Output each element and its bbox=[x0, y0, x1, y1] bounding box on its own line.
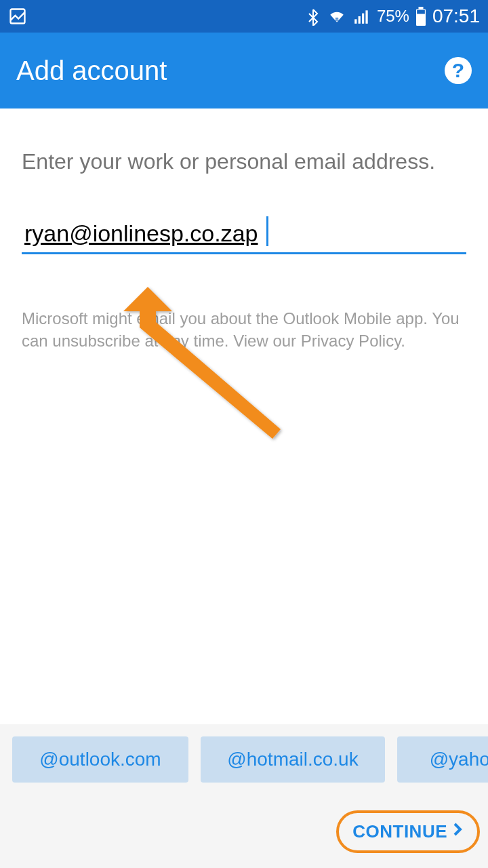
svg-rect-2 bbox=[358, 16, 360, 24]
clock-time: 07:51 bbox=[432, 5, 480, 27]
battery-percent: 75% bbox=[377, 7, 409, 26]
chevron-right-icon bbox=[453, 821, 464, 842]
status-bar: 75% 07:51 bbox=[0, 0, 488, 33]
text-cursor bbox=[266, 216, 268, 246]
svg-rect-3 bbox=[362, 14, 364, 24]
battery-icon bbox=[415, 7, 427, 26]
continue-button[interactable]: CONTINUE bbox=[336, 810, 480, 853]
email-input[interactable] bbox=[22, 215, 466, 254]
main-content: Enter your work or personal email addres… bbox=[0, 108, 488, 374]
svg-rect-7 bbox=[417, 10, 425, 14]
disclaimer-text: Microsoft might email you about the Outl… bbox=[22, 307, 466, 353]
svg-rect-4 bbox=[365, 10, 367, 24]
app-bar: Add account ? bbox=[0, 33, 488, 108]
suggestion-yahoo[interactable]: @yahoo bbox=[397, 736, 488, 783]
email-input-container bbox=[22, 215, 466, 254]
signal-icon bbox=[352, 7, 371, 25]
svg-rect-6 bbox=[418, 7, 423, 9]
bottom-bar: CONTINUE bbox=[0, 795, 488, 868]
svg-rect-1 bbox=[354, 19, 357, 24]
continue-label: CONTINUE bbox=[352, 821, 447, 842]
wifi-icon bbox=[327, 7, 347, 25]
help-button[interactable]: ? bbox=[445, 57, 472, 84]
image-icon bbox=[8, 7, 27, 26]
suggestion-outlook[interactable]: @outlook.com bbox=[12, 736, 188, 783]
svg-rect-0 bbox=[11, 9, 25, 24]
page-title: Add account bbox=[16, 56, 167, 86]
suggestion-hotmail[interactable]: @hotmail.co.uk bbox=[201, 736, 385, 783]
domain-suggestions: @outlook.com @hotmail.co.uk @yahoo bbox=[0, 724, 488, 795]
prompt-label: Enter your work or personal email addres… bbox=[22, 146, 466, 177]
bluetooth-icon bbox=[305, 7, 321, 26]
